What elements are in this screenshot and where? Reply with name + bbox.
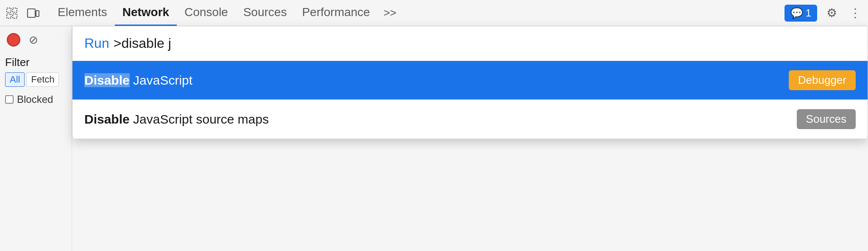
filter-label: Filter: [5, 56, 67, 69]
run-label: Run: [84, 36, 109, 51]
devtools-more-button[interactable]: ⋮: [846, 6, 865, 20]
devtools-container: Elements Network Console Sources Perform…: [0, 0, 868, 251]
blocked-checkbox[interactable]: [5, 95, 14, 104]
cursor-tool-icon[interactable]: [3, 5, 20, 22]
svg-rect-3: [13, 14, 17, 18]
result-badge-debugger: Debugger: [789, 70, 856, 90]
svg-rect-0: [7, 8, 11, 12]
tab-bar: Elements Network Console Sources Perform…: [0, 0, 868, 26]
tab-sources[interactable]: Sources: [236, 0, 295, 26]
svg-rect-2: [7, 14, 11, 18]
settings-button[interactable]: ⚙: [822, 4, 841, 22]
record-indicator: [7, 33, 20, 47]
result-text-disable-js: Disable JavaScript: [84, 73, 192, 88]
tab-items: Elements Network Console Sources Perform…: [50, 0, 785, 26]
result-item-disable-js[interactable]: Disable JavaScript Debugger: [72, 61, 868, 100]
tab-elements[interactable]: Elements: [50, 0, 115, 26]
filter-pill-fetch[interactable]: Fetch: [26, 72, 59, 87]
tab-console[interactable]: Console: [177, 0, 236, 26]
svg-rect-1: [13, 8, 17, 12]
clear-button[interactable]: ⊘: [26, 33, 41, 47]
content-area: ⊘ Filter All Fetch Blocked: [0, 26, 868, 251]
result-highlight-2: Disable: [84, 112, 130, 126]
filter-pills: All Fetch: [5, 72, 67, 87]
panel-controls: ⊘: [0, 31, 72, 52]
command-input[interactable]: [114, 36, 856, 51]
command-input-row: Run: [72, 26, 868, 61]
tab-bar-icons: [3, 5, 42, 22]
blocked-label: Blocked: [17, 94, 53, 105]
svg-rect-5: [36, 11, 39, 17]
tab-bar-right: 💬 1 ⚙ ⋮: [785, 4, 865, 22]
record-button[interactable]: [5, 31, 22, 48]
device-toolbar-icon[interactable]: [25, 5, 42, 22]
filter-section: Filter All Fetch: [0, 52, 72, 90]
result-item-disable-js-maps[interactable]: Disable JavaScript source maps Sources: [72, 100, 868, 139]
tab-more-button[interactable]: >>: [378, 0, 402, 26]
blocked-row: Blocked: [0, 90, 72, 109]
tab-performance[interactable]: Performance: [295, 0, 378, 26]
result-badge-sources: Sources: [797, 109, 856, 129]
svg-rect-4: [28, 9, 35, 17]
filter-pill-all[interactable]: All: [5, 72, 25, 87]
command-results: Disable JavaScript Debugger Disable Java…: [72, 61, 868, 139]
network-left-panel: ⊘ Filter All Fetch Blocked: [0, 26, 72, 251]
result-highlight: Disable: [84, 73, 130, 87]
command-palette: Run Disable JavaScript Debugger Disable …: [72, 26, 868, 139]
tab-network[interactable]: Network: [115, 0, 177, 26]
result-text-disable-js-maps: Disable JavaScript source maps: [84, 112, 269, 127]
feedback-badge-button[interactable]: 💬 1: [785, 5, 817, 22]
